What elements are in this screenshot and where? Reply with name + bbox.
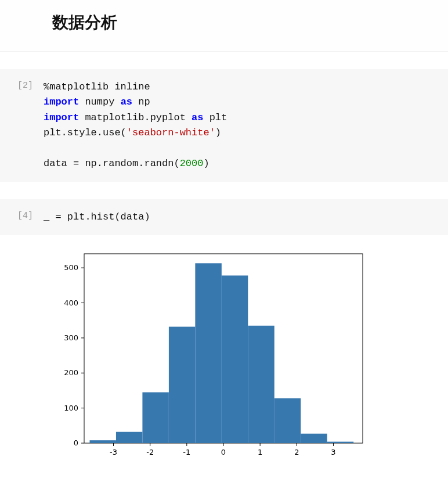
svg-text:-2: -2 <box>146 448 154 456</box>
execution-count: [2] <box>12 80 44 91</box>
svg-rect-7 <box>248 326 274 443</box>
svg-text:1: 1 <box>258 448 262 456</box>
svg-rect-1 <box>89 441 115 444</box>
svg-rect-3 <box>142 393 168 444</box>
svg-text:2: 2 <box>294 448 299 456</box>
page-title: 数据分析 <box>52 12 436 34</box>
svg-rect-4 <box>169 327 195 443</box>
code-cell-2[interactable]: [2] %matplotlib inline import numpy as n… <box>0 69 448 182</box>
svg-rect-5 <box>195 264 221 444</box>
svg-text:3: 3 <box>331 448 335 456</box>
histogram-chart: 0100200300400500-3-2-10123 <box>52 247 371 462</box>
svg-text:500: 500 <box>64 264 78 272</box>
svg-rect-6 <box>222 276 248 444</box>
svg-text:200: 200 <box>64 369 78 377</box>
output-area: 0100200300400500-3-2-10123 <box>0 235 448 462</box>
svg-rect-10 <box>327 442 353 443</box>
svg-text:0: 0 <box>221 448 226 456</box>
svg-text:-3: -3 <box>110 448 117 456</box>
svg-rect-9 <box>301 434 327 443</box>
svg-text:0: 0 <box>74 438 78 447</box>
svg-text:300: 300 <box>64 333 78 342</box>
markdown-cell: 数据分析 <box>0 0 448 52</box>
svg-rect-8 <box>274 398 301 443</box>
chart-svg: 0100200300400500-3-2-10123 <box>52 247 371 462</box>
code-input[interactable]: _ = plt.hist(data) <box>44 210 436 225</box>
execution-count: [4] <box>12 210 44 221</box>
code-cell-4[interactable]: [4] _ = plt.hist(data) <box>0 199 448 235</box>
svg-text:400: 400 <box>64 299 78 307</box>
svg-rect-2 <box>116 432 142 443</box>
code-input[interactable]: %matplotlib inline import numpy as np im… <box>44 80 436 171</box>
svg-text:100: 100 <box>64 404 78 412</box>
svg-text:-1: -1 <box>183 448 190 456</box>
